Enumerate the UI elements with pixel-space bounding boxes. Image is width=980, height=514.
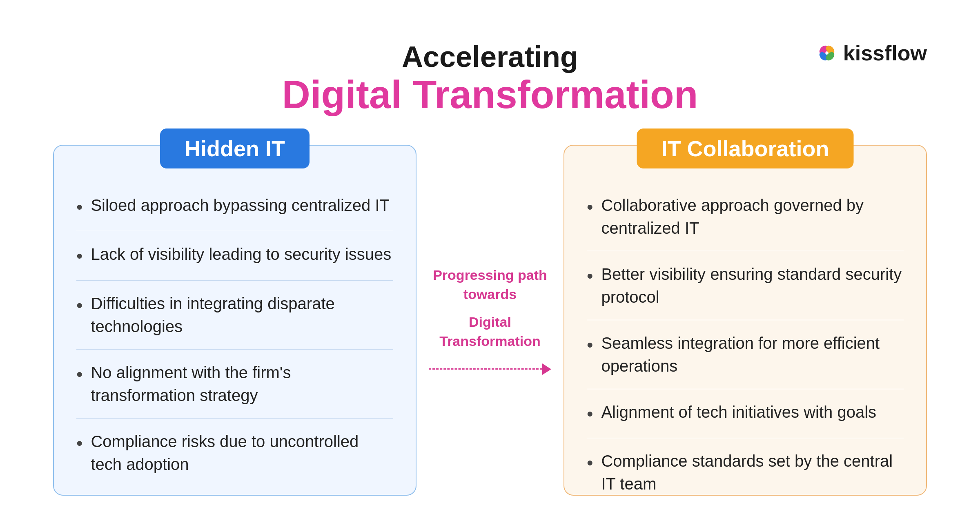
header: kissflow Accelerating Digital Transforma… — [53, 41, 927, 116]
hidden-it-item-4: No alignment with the firm's transformat… — [91, 361, 393, 407]
bullet-icon: • — [587, 450, 593, 476]
kissflow-text: kissflow — [843, 41, 927, 65]
it-collab-item-2: Better visibility ensuring standard secu… — [601, 263, 904, 308]
list-item: • Compliance standards set by the centra… — [587, 438, 904, 507]
main-content: Hidden IT • Siloed approach bypassing ce… — [53, 145, 927, 496]
bullet-icon: • — [76, 431, 82, 456]
bullet-icon: • — [587, 195, 593, 220]
bullet-icon: • — [76, 362, 82, 387]
bullet-icon: • — [587, 332, 593, 358]
hidden-it-badge: Hidden IT — [160, 128, 310, 168]
it-collaboration-card: IT Collaboration • Collaborative approac… — [564, 145, 927, 496]
arrow-label-line2: Digital Transformation — [416, 312, 564, 351]
arrow-label-line1: Progressing path towards — [416, 266, 564, 304]
bullet-icon: • — [76, 195, 82, 220]
dashed-line — [429, 368, 542, 370]
it-collab-item-4: Alignment of tech initiatives with goals — [601, 401, 876, 423]
hidden-it-item-2: Lack of visibility leading to security i… — [91, 243, 391, 266]
bullet-icon: • — [587, 401, 593, 427]
hidden-it-card: Hidden IT • Siloed approach bypassing ce… — [53, 145, 416, 496]
arrow-line — [429, 363, 551, 375]
list-item: • Collaborative approach governed by cen… — [587, 182, 904, 251]
kissflow-logo: kissflow — [815, 41, 927, 65]
list-item: • Lack of visibility leading to security… — [76, 231, 393, 281]
header-accelerating: Accelerating — [53, 41, 927, 73]
arrow-head-icon — [542, 363, 551, 375]
bullet-icon: • — [76, 244, 82, 269]
list-item: • Siloed approach bypassing centralized … — [76, 182, 393, 232]
hidden-it-item-5: Compliance risks due to uncontrolled tec… — [91, 430, 393, 476]
hidden-it-body: • Siloed approach bypassing centralized … — [54, 170, 416, 503]
bullet-icon: • — [587, 264, 593, 289]
list-item: • Alignment of tech initiatives with goa… — [587, 389, 904, 439]
list-item: • Seamless integration for more efficien… — [587, 320, 904, 389]
it-collab-body: • Collaborative approach governed by cen… — [564, 170, 926, 514]
list-item: • Difficulties in integrating disparate … — [76, 281, 393, 350]
it-collab-item-5: Compliance standards set by the central … — [601, 450, 904, 495]
it-collab-badge: IT Collaboration — [637, 128, 854, 168]
kissflow-icon — [815, 42, 838, 64]
header-digital: Digital Transformation — [53, 73, 927, 116]
bullet-icon: • — [76, 293, 82, 318]
list-item: • Better visibility ensuring standard se… — [587, 251, 904, 320]
hidden-it-item-1: Siloed approach bypassing centralized IT — [91, 194, 390, 217]
list-item: • No alignment with the firm's transform… — [76, 350, 393, 419]
main-container: kissflow Accelerating Digital Transforma… — [20, 16, 960, 498]
hidden-it-item-3: Difficulties in integrating disparate te… — [91, 292, 393, 338]
list-item: • Compliance risks due to uncontrolled t… — [76, 419, 393, 487]
it-collab-item-3: Seamless integration for more efficient … — [601, 332, 904, 377]
middle-arrow-section: Progressing path towards Digital Transfo… — [416, 266, 564, 375]
it-collab-item-1: Collaborative approach governed by centr… — [601, 194, 904, 239]
